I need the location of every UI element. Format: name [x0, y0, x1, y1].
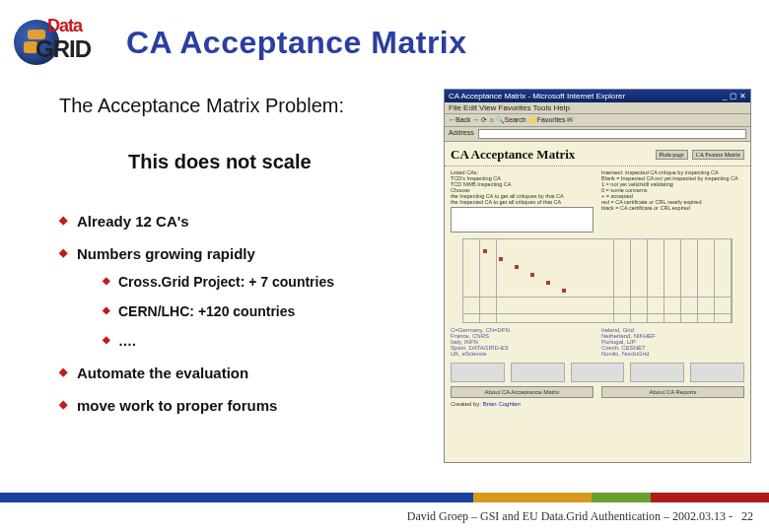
browser-titlebar: CA Acceptance Matrix - Microsoft Interne… — [445, 90, 750, 102]
slide: Data GRID CA Acceptance Matrix The Accep… — [0, 0, 769, 532]
plain-page-button: Plain page — [656, 150, 688, 160]
footer: David Groep – GSI and EU Data.Grid Authe… — [407, 509, 753, 524]
content-column: The Acceptance Matrix Problem: This does… — [59, 95, 434, 430]
address-label: Address — [449, 129, 474, 139]
acceptance-matrix-grid — [462, 238, 733, 323]
about-reports-button: About CA Reports — [601, 386, 744, 398]
bullet-list: Already 12 CA's Numbers growing rapidly … — [59, 213, 434, 414]
bullet-already: Already 12 CA's — [59, 213, 434, 230]
scale-statement: This does not scale — [128, 151, 434, 173]
about-buttons: About CA Acceptance Matrix About CA Repo… — [451, 386, 744, 398]
sub-bullet-list: Cross.Grid Project: + 7 countries CERN/L… — [103, 274, 434, 349]
thumbnail — [690, 363, 744, 382]
logo-text-grid: GRID — [35, 35, 91, 63]
legend-right: Intersect: inspected CA critique by insp… — [601, 169, 744, 234]
browser-addressbar: Address — [445, 127, 750, 142]
browser-toolbar: ←Back → ⟳ ⌂ 🔍Search ⭐Favorites ✉ — [445, 114, 750, 127]
logo-text-data: Data — [47, 16, 82, 36]
thumbnail — [630, 363, 684, 382]
page-header: CA Acceptance Matrix Plain page CA Featu… — [445, 142, 750, 166]
sub-bullet-crossgrid: Cross.Grid Project: + 7 countries — [103, 274, 434, 290]
page-heading: CA Acceptance Matrix — [451, 147, 575, 163]
window-controls-icon: _ ▢ ✕ — [723, 92, 746, 100]
subtitle: The Acceptance Matrix Problem: — [59, 95, 434, 117]
feature-matrix-button: CA Feature Matrix — [692, 150, 744, 160]
legend-left: Listed CAs: TCD's Inspecting CA TCD NWB … — [451, 169, 594, 234]
select-inspecting — [451, 207, 594, 233]
footer-text: David Groep – GSI and EU Data.Grid Authe… — [407, 509, 733, 523]
credit-line: Created by: Brian Coghlan — [451, 401, 744, 407]
bullet-automate: Automate the evaluation — [59, 365, 434, 381]
thumbnail-row — [451, 363, 744, 382]
page-body: Listed CAs: TCD's Inspecting CA TCD NWB … — [445, 166, 750, 410]
browser-screenshot: CA Acceptance Matrix - Microsoft Interne… — [444, 89, 751, 463]
sub-bullet-cern: CERN/LHC: +120 countries — [103, 303, 434, 319]
page-number: 22 — [741, 509, 753, 523]
address-field — [478, 129, 746, 139]
bullet-numbers-label: Numbers growing rapidly — [77, 245, 255, 262]
thumbnail — [451, 363, 505, 382]
slide-title: CA Acceptance Matrix — [126, 25, 467, 61]
thumbnail — [511, 363, 565, 382]
sub-bullet-ellipsis: …. — [103, 333, 434, 349]
browser-menubar: File Edit View Favorites Tools Help — [445, 102, 750, 114]
ca-list-left: C=Germany, CN=DFN France, CNRS Italy, IN… — [451, 327, 594, 357]
thumbnail — [571, 363, 625, 382]
datagrid-logo: Data GRID — [14, 18, 105, 67]
header: Data GRID CA Acceptance Matrix — [0, 0, 769, 67]
about-matrix-button: About CA Acceptance Matrix — [451, 386, 594, 398]
browser-window-title: CA Acceptance Matrix - Microsoft Interne… — [449, 92, 625, 100]
accent-bar — [0, 493, 769, 502]
bullet-numbers: Numbers growing rapidly Cross.Grid Proje… — [59, 245, 434, 349]
ca-list-right: Ireland, Grid Netherland, NIKHEF Portuga… — [601, 327, 744, 357]
bullet-move: move work to proper forums — [59, 397, 434, 414]
